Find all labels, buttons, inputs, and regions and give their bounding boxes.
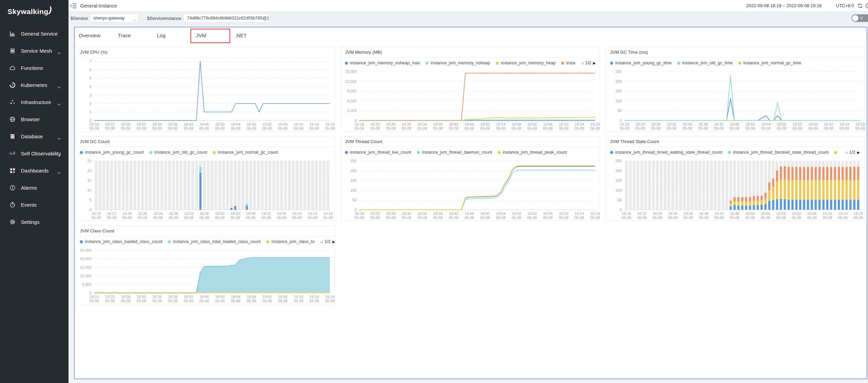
svg-text:100: 100: [616, 188, 622, 192]
timezone-selector[interactable]: UTC+8:0: [836, 3, 854, 8]
svg-text:18:18: 18:18: [622, 212, 631, 216]
legend-prev-icon[interactable]: ◀: [845, 150, 847, 155]
svg-text:18:50: 18:50: [745, 212, 755, 216]
legend-item[interactable]: instance_jvm_thread_timed_waiting_state_…: [610, 150, 722, 155]
refresh-icon[interactable]: [857, 3, 863, 9]
svg-text:19:18: 19:18: [590, 212, 600, 216]
svg-text:05-08: 05-08: [682, 126, 692, 130]
svg-text:18:26: 18:26: [121, 122, 131, 126]
svg-text:05-08: 05-08: [184, 299, 193, 303]
svg-text:250: 250: [616, 69, 622, 74]
svg-text:18:46: 18:46: [464, 212, 474, 216]
svg-text:18:38: 18:38: [433, 122, 443, 126]
legend-item[interactable]: instance_jvm_thread_live_count: [345, 150, 411, 155]
legend-next-icon[interactable]: ▶: [332, 240, 335, 244]
legend-item[interactable]: instance_jvm_old_gc_count: [149, 150, 207, 155]
svg-text:05-08: 05-08: [512, 216, 521, 220]
svg-text:05-08: 05-08: [683, 216, 693, 220]
sidebar-item-alarms[interactable]: Alarms: [0, 179, 69, 196]
sidebar-item-label: Functions: [21, 65, 43, 71]
svg-text:): ): [14, 151, 15, 154]
collapse-sidebar-icon[interactable]: [70, 3, 77, 9]
view-toggle[interactable]: V: [852, 14, 868, 22]
legend-item[interactable]: instance_jvm_young_gc_time: [610, 61, 672, 65]
sidebar-item-label: Database: [21, 133, 43, 139]
sidebar-item-events[interactable]: Events: [0, 196, 69, 213]
svg-text:05-08: 05-08: [574, 216, 584, 220]
chart-legend: instance_jvm_thread_timed_waiting_state_…: [606, 147, 865, 157]
legend-item[interactable]: insta: [561, 61, 575, 65]
legend-prev-icon[interactable]: ◀: [581, 61, 583, 65]
legend-label: instance_jvm_old_gc_time: [682, 61, 733, 65]
sidebar-item-database[interactable]: Database: [0, 128, 69, 145]
tab-label: .NET: [235, 33, 247, 38]
app-logo[interactable]: Skywalking): [0, 0, 69, 16]
sidebar-item-general-service[interactable]: General Service: [0, 25, 69, 42]
logo-crescent-icon: ): [48, 5, 53, 15]
svg-text:19:06: 19:06: [543, 122, 553, 126]
tab-overview[interactable]: Overview: [79, 33, 118, 38]
clock-icon[interactable]: [865, 3, 868, 9]
time-range-picker[interactable]: 2022-05-08 18:18 ~ 2022-05-08 19:18: [746, 3, 822, 8]
legend-item[interactable]: instance_jvm_memory_noheap: [425, 61, 490, 65]
legend-item[interactable]: instance_jvm_normal_gc_time: [738, 61, 801, 65]
legend-item[interactable]: instance_jvm_class_to: [266, 239, 314, 244]
legend-item[interactable]: instance_jvm_class_loaded_class_count: [80, 239, 162, 244]
sidebar-item-label: General Service: [21, 31, 58, 37]
legend-item[interactable]: instance_jvm_thread_peak_count: [498, 150, 567, 155]
sidebar-item-service-mesh[interactable]: Service Mesh: [0, 42, 69, 59]
service-select[interactable]: shenyu-gateway: [90, 14, 138, 23]
svg-text:05-08: 05-08: [169, 216, 178, 220]
tab-jvm[interactable]: JVM: [196, 33, 235, 38]
legend-item[interactable]: instance_jvm_class_total_loaded_class_co…: [168, 239, 261, 244]
legend-next-icon[interactable]: ▶: [857, 150, 860, 155]
chart-plot-jvm-thread-state-count[interactable]: 05010015020025018:1805-0818:2205-0818:26…: [606, 157, 865, 221]
tab-trace[interactable]: Trace: [118, 33, 157, 38]
svg-text:05-08: 05-08: [667, 126, 677, 130]
svg-text:19:10: 19:10: [824, 122, 834, 126]
legend-item[interactable]: instance_jvm_thread_blocked_state_thread…: [728, 150, 829, 155]
sidebar-item-self-observability[interactable]: Sw)Self Observability: [0, 145, 69, 162]
service-label: $Service: [71, 16, 88, 21]
legend-dot-icon: [80, 240, 83, 243]
tab-net[interactable]: .NET: [235, 33, 274, 38]
sidebar-item-settings[interactable]: Settings: [0, 213, 69, 230]
svg-text:05-08: 05-08: [808, 126, 818, 130]
legend-prev-icon[interactable]: ◀: [320, 240, 323, 244]
sidebar-item-functions[interactable]: Functions: [0, 59, 69, 76]
svg-text:05-08: 05-08: [325, 299, 335, 303]
svg-text:18:30: 18:30: [667, 122, 677, 126]
legend-item[interactable]: instance_jvm_young_gc_count: [80, 150, 144, 155]
svg-text:19:10: 19:10: [559, 122, 569, 126]
legend-next-icon[interactable]: ▶: [593, 61, 596, 65]
chart-title: JVM Thread Count: [341, 137, 600, 147]
sidebar-item-browser[interactable]: Browser: [0, 111, 69, 128]
chart-plot-jvm-cpu[interactable]: 0123456718:1805-0818:2205-0818:2605-0818…: [76, 58, 335, 131]
tab-log[interactable]: Log: [157, 33, 196, 38]
sidebar-item-label: Browser: [21, 116, 40, 122]
legend-item[interactable]: instance_jvm_memory_heap: [496, 61, 556, 65]
legend-item[interactable]: instance_jvm_memory_noheap_max: [345, 61, 420, 65]
legend-item[interactable]: instance_jvm_thread_daemon_count: [417, 150, 492, 155]
sidebar-item-dashboards[interactable]: Dashboards: [0, 162, 69, 179]
svg-text:18:54: 18:54: [231, 122, 240, 126]
svg-text:05-08: 05-08: [199, 126, 209, 130]
service-instance-select[interactable]: 74d96c778c694c6b9b6322c62d55b765@192.168: [183, 14, 270, 23]
svg-text:18:30: 18:30: [668, 212, 678, 216]
sidebar-item-kubernetes[interactable]: Kubernetes: [0, 76, 69, 93]
legend-item[interactable]: [834, 151, 839, 154]
chart-plot-jvm-memory[interactable]: 03,0006,0009,00012,00015,00018:1805-0818…: [341, 68, 600, 131]
chart-plot-jvm-gc-count[interactable]: 051015202518:1805-0818:2205-0818:2605-08…: [76, 157, 335, 221]
chart-plot-jvm-gc-time[interactable]: 05010015020025018:1805-0818:2205-0818:26…: [606, 68, 865, 131]
chart-plot-jvm-thread-count[interactable]: 05010015020025018:1805-0818:2205-0818:26…: [341, 157, 600, 221]
sidebar-item-infrastructure[interactable]: Infrastructure: [0, 93, 69, 111]
svg-text:18:58: 18:58: [777, 122, 786, 126]
legend-item[interactable]: instance_jvm_old_gc_time: [677, 61, 733, 65]
svg-text:05-08: 05-08: [89, 126, 99, 130]
svg-text:05-08: 05-08: [247, 299, 256, 303]
legend-item[interactable]: instance_jvm_normal_gc_count: [213, 150, 278, 155]
legend-dot-icon: [610, 151, 613, 154]
chart-plot-jvm-class-count[interactable]: 05,00010,00015,00020,00025,00018:1805-08…: [76, 247, 335, 304]
svg-text:05-08: 05-08: [137, 126, 146, 130]
svg-text:05-08: 05-08: [168, 299, 177, 303]
